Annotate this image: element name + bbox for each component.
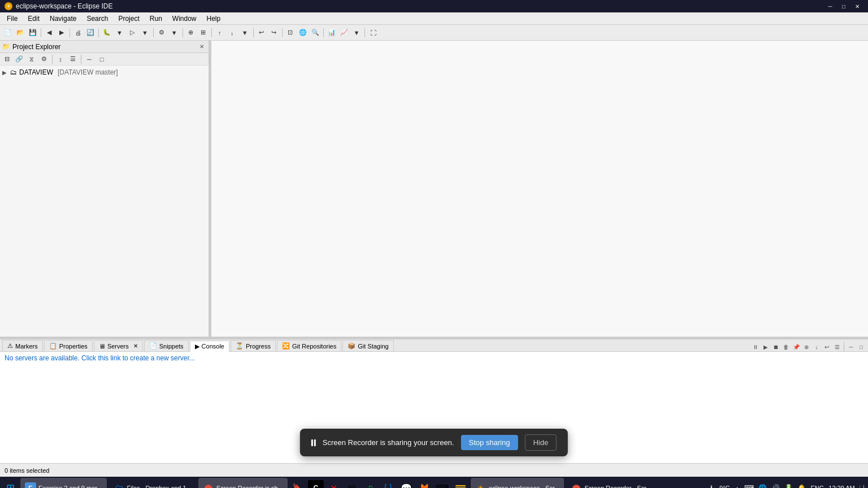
taskbar-app-keyboard[interactable]: ⌨ <box>435 480 450 488</box>
menu-help[interactable]: Help <box>202 13 225 24</box>
console-open-console[interactable]: ⊕ <box>802 342 811 351</box>
toolbar-search-btn[interactable]: 🔍 <box>310 27 321 38</box>
console-stop[interactable]: ⏹ <box>771 342 780 351</box>
tab-snippets[interactable]: 📄 Snippets <box>144 340 189 351</box>
pe-filter[interactable]: ⧖ <box>26 54 37 65</box>
stop-sharing-button[interactable]: Stop sharing <box>461 435 518 450</box>
pe-customize[interactable]: ⚙ <box>38 54 50 65</box>
console-menu[interactable]: ☰ <box>832 342 841 351</box>
menu-edit[interactable]: Edit <box>23 13 44 24</box>
pe-minimize[interactable]: ─ <box>84 54 95 65</box>
toolbar-open-type[interactable]: ⊕ <box>185 27 197 38</box>
toolbar-open-resource[interactable]: ⊞ <box>198 27 209 38</box>
taskbar-exercise[interactable]: E Exercise 2 and 9 mor... <box>20 478 107 488</box>
tab-git-staging[interactable]: 📦 Git Staging <box>342 340 393 351</box>
up-arrow-icon[interactable]: ▲ <box>735 485 740 489</box>
menu-search[interactable]: Search <box>82 13 112 24</box>
toolbar-debug-dropdown[interactable]: ▼ <box>114 27 125 38</box>
items-selected: 0 items selected <box>5 467 49 474</box>
taskbar-app-firefox[interactable]: 🦊 <box>416 480 432 488</box>
menu-window[interactable]: Window <box>168 13 201 24</box>
maximize-button[interactable]: □ <box>837 2 850 11</box>
pe-menu[interactable]: ☰ <box>67 54 79 65</box>
taskbar-screen-recorder[interactable]: ⬤ Screen Recorder is sh... <box>198 478 288 488</box>
toolbar-run-dropdown[interactable]: ▼ <box>139 27 151 38</box>
panel-maximize[interactable]: □ <box>857 342 866 351</box>
toolbar-perspectives[interactable]: ⊡ <box>285 27 296 38</box>
project-explorer-close[interactable]: ✕ <box>197 42 206 51</box>
toolbar-maximize[interactable]: ⛶ <box>367 27 379 38</box>
progress-icon: ⏳ <box>236 342 244 350</box>
toolbar-external-dropdown[interactable]: ▼ <box>168 27 180 38</box>
close-button[interactable]: ✕ <box>851 2 863 11</box>
console-pin[interactable]: 📌 <box>792 342 801 351</box>
temp-reading: -9°C <box>717 485 730 488</box>
taskbar-app-discord[interactable]: 💬 <box>398 480 414 488</box>
windows-start-button[interactable]: ⊞ <box>2 480 18 488</box>
console-resume[interactable]: ▶ <box>761 342 770 351</box>
taskbar-app-c[interactable]: C <box>308 480 324 488</box>
toolbar-debug[interactable]: 🐛 <box>101 27 112 38</box>
pe-sync[interactable]: ↕ <box>55 54 66 65</box>
toolbar-print[interactable]: 🖨 <box>72 27 84 38</box>
toolbar-sep-6 <box>211 28 212 37</box>
taskbar-eclipse[interactable]: ☀ eclipse-workspace - Scr... <box>471 478 564 488</box>
editor-area[interactable] <box>211 41 868 337</box>
toolbar-next-annotation[interactable]: ↓ <box>227 27 238 38</box>
taskbar-app-gmail[interactable]: ✉ <box>344 480 360 488</box>
menu-navigate[interactable]: Navigate <box>45 13 81 24</box>
project-dataview[interactable]: ▶ 🗂 DATAVIEW [DATAVIEW master] <box>0 68 209 77</box>
show-desktop[interactable]: │ <box>860 485 866 489</box>
toolbar-save[interactable]: 💾 <box>27 27 38 38</box>
toolbar-web-browser[interactable]: 🌐 <box>297 27 309 38</box>
toolbar-last-edit[interactable]: ↩ <box>256 27 267 38</box>
project-branch: [DATAVIEW master] <box>58 68 118 76</box>
tab-servers[interactable]: 🖥 Servers ✕ <box>94 340 143 351</box>
taskbar-app-pin[interactable]: 🔖 <box>290 480 306 488</box>
toolbar-view-dropdown[interactable]: ▼ <box>351 27 363 38</box>
toolbar-refresh[interactable]: 🔄 <box>85 27 96 38</box>
toolbar-back[interactable]: ◀ <box>44 27 55 38</box>
toolbar-next-edit[interactable]: ↪ <box>268 27 280 38</box>
menu-project[interactable]: Project <box>114 13 144 24</box>
toolbar-view1[interactable]: 📊 <box>326 27 337 38</box>
tab-properties[interactable]: 📋 Properties <box>44 340 93 351</box>
taskbar-screen-recorder-2[interactable]: ⬤ Screen Recorder - Scr... <box>566 478 656 488</box>
taskbar-app-wallet[interactable]: 💳 <box>453 480 468 488</box>
taskbar-app-spotify[interactable]: ♫ <box>362 480 378 488</box>
toolbar-annotation-dropdown[interactable]: ▼ <box>239 27 251 38</box>
console-word-wrap[interactable]: ↩ <box>822 342 831 351</box>
toolbar-run[interactable]: ▷ <box>127 27 138 38</box>
taskbar-app-vscode[interactable]: { } <box>380 480 396 488</box>
tab-markers[interactable]: ⚠ Markers <box>2 340 43 351</box>
language-indicator[interactable]: ENG <box>810 485 824 488</box>
toolbar-open[interactable]: 📂 <box>15 27 26 38</box>
tab-git-repositories[interactable]: 🔀 Git Repositories <box>277 340 341 351</box>
notifications-icon[interactable]: 🔔 <box>797 484 806 488</box>
pe-link-editor[interactable]: 🔗 <box>14 54 25 65</box>
menu-bar: File Edit Navigate Search Project Run Wi… <box>0 12 868 25</box>
panel-minimize[interactable]: ─ <box>847 342 856 351</box>
toolbar-external-tools[interactable]: ⚙ <box>156 27 167 38</box>
taskbar-files[interactable]: 🗂 Files - Dropbox and 1... <box>109 478 196 488</box>
no-servers-link[interactable]: No servers are available. Click this lin… <box>5 354 195 362</box>
toolbar-view2[interactable]: 📈 <box>338 27 350 38</box>
tab-console[interactable]: ▶ Console <box>190 341 229 352</box>
minimize-button[interactable]: ─ <box>824 2 836 11</box>
console-pause[interactable]: ⏸ <box>751 342 760 351</box>
toolbar-prev-annotation[interactable]: ↑ <box>214 27 225 38</box>
menu-file[interactable]: File <box>2 13 22 24</box>
pe-collapse-all[interactable]: ⊟ <box>1 54 12 65</box>
menu-run[interactable]: Run <box>145 13 167 24</box>
taskbar-time[interactable]: 12:29 AM <box>828 485 854 488</box>
hide-button[interactable]: Hide <box>524 434 557 451</box>
volume-icon[interactable]: 🔊 <box>771 484 780 488</box>
tab-progress[interactable]: ⏳ Progress <box>231 340 276 351</box>
taskbar-app-x[interactable]: ✕ <box>326 480 342 488</box>
console-scroll[interactable]: ↓ <box>812 342 821 351</box>
toolbar-new[interactable]: 📄 <box>2 27 14 38</box>
servers-close[interactable]: ✕ <box>133 343 138 349</box>
pe-maximize-view[interactable]: □ <box>96 54 107 65</box>
console-clear[interactable]: 🗑 <box>782 342 791 351</box>
toolbar-forward[interactable]: ▶ <box>56 27 67 38</box>
